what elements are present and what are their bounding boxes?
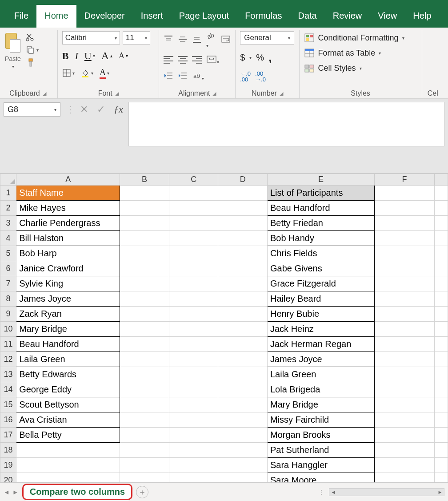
cell[interactable]: [375, 367, 435, 382]
cell[interactable]: [169, 428, 218, 443]
cell[interactable]: [375, 337, 435, 352]
cell[interactable]: [434, 397, 448, 412]
cell[interactable]: [16, 443, 120, 458]
cell[interactable]: [120, 261, 169, 276]
cell[interactable]: Sara Hanggler: [267, 458, 374, 473]
cell[interactable]: [218, 201, 268, 216]
col-header-D[interactable]: D: [218, 174, 268, 186]
cell[interactable]: [169, 382, 218, 397]
row-header[interactable]: 10: [0, 322, 16, 337]
row-header[interactable]: 18: [0, 443, 16, 458]
cell[interactable]: George Eddy: [16, 382, 120, 397]
row-header[interactable]: 1: [0, 186, 16, 201]
cell[interactable]: [434, 337, 448, 352]
cell[interactable]: Charlie Pendergrass: [16, 216, 120, 231]
dialog-launcher-icon[interactable]: ◢: [43, 91, 46, 97]
cell[interactable]: [16, 458, 120, 473]
cell[interactable]: Laila Green: [267, 367, 374, 382]
cell[interactable]: [434, 216, 448, 231]
cell[interactable]: Sylvie King: [16, 276, 120, 291]
align-top-button[interactable]: [164, 35, 173, 45]
cell[interactable]: [434, 186, 448, 201]
sheet-nav-next[interactable]: ►: [12, 489, 19, 496]
row-header[interactable]: 11: [0, 337, 16, 352]
conditional-formatting-button[interactable]: Conditional Formatting ▾: [304, 33, 417, 43]
wrap-text-button[interactable]: [221, 35, 231, 45]
decrease-indent-button[interactable]: [164, 71, 173, 81]
col-header-C[interactable]: C: [169, 174, 218, 186]
cell[interactable]: [169, 246, 218, 261]
tab-home[interactable]: Home: [36, 5, 76, 28]
cell[interactable]: James Joyce: [16, 291, 120, 307]
cell[interactable]: [434, 276, 448, 291]
number-format-select[interactable]: General ▾: [240, 31, 294, 44]
cell[interactable]: [169, 412, 218, 428]
cell[interactable]: [375, 307, 435, 322]
accept-formula-button[interactable]: ✓: [97, 104, 105, 115]
cell[interactable]: [218, 246, 268, 261]
cell[interactable]: List of Participants: [267, 186, 374, 201]
align-center-button[interactable]: [178, 56, 188, 64]
cell[interactable]: [120, 367, 169, 382]
tab-file[interactable]: File: [6, 5, 36, 28]
cell[interactable]: [169, 337, 218, 352]
format-as-table-button[interactable]: Format as Table ▾: [304, 48, 417, 58]
cell[interactable]: [218, 412, 268, 428]
cell[interactable]: [120, 231, 169, 246]
cell[interactable]: Missy Fairchild: [267, 412, 374, 428]
font-size-select[interactable]: 11 ▾: [123, 31, 150, 44]
cut-button[interactable]: [26, 33, 39, 42]
tab-view[interactable]: View: [370, 5, 405, 28]
cell[interactable]: [169, 231, 218, 246]
cell[interactable]: [120, 397, 169, 412]
cell[interactable]: Betty Edwards: [16, 367, 120, 382]
font-name-select[interactable]: Calibri ▾: [62, 31, 120, 44]
borders-button[interactable]: ▾: [62, 69, 75, 77]
cell[interactable]: [375, 322, 435, 337]
cell[interactable]: [434, 428, 448, 443]
cell[interactable]: [120, 291, 169, 307]
cell[interactable]: [169, 276, 218, 291]
tab-data[interactable]: Data: [290, 5, 324, 28]
row-header[interactable]: 9: [0, 307, 16, 322]
cell[interactable]: [169, 322, 218, 337]
cancel-formula-button[interactable]: ✕: [80, 104, 88, 115]
cell[interactable]: [169, 443, 218, 458]
dialog-launcher-icon[interactable]: ◢: [115, 91, 119, 97]
cell[interactable]: [120, 186, 169, 201]
cell[interactable]: Pat Sutherland: [267, 443, 374, 458]
merge-button[interactable]: ▾: [206, 55, 219, 65]
font-color-button[interactable]: A ▾: [100, 67, 109, 79]
cell[interactable]: Janice Crawford: [16, 261, 120, 276]
cell[interactable]: [169, 367, 218, 382]
cell[interactable]: [169, 458, 218, 473]
cell[interactable]: [375, 382, 435, 397]
cell[interactable]: [218, 367, 268, 382]
cell[interactable]: Zack Ryan: [16, 307, 120, 322]
cell[interactable]: Bob Handy: [267, 231, 374, 246]
cell[interactable]: Chris Fields: [267, 246, 374, 261]
comma-format-button[interactable]: ,: [268, 51, 272, 65]
paste-button[interactable]: Paste ▾: [3, 32, 23, 70]
cell[interactable]: [169, 397, 218, 412]
fill-color-button[interactable]: ▾: [81, 69, 93, 77]
cell[interactable]: [218, 428, 268, 443]
cell[interactable]: [375, 276, 435, 291]
cell[interactable]: [375, 216, 435, 231]
tab-page-layout[interactable]: Page Layout: [171, 5, 237, 28]
tab-formulas[interactable]: Formulas: [237, 5, 290, 28]
cell[interactable]: Jack Herman Regan: [267, 337, 374, 352]
underline-button[interactable]: U▾: [84, 50, 95, 62]
italic-button[interactable]: I: [75, 50, 78, 62]
cell[interactable]: Ava Cristian: [16, 412, 120, 428]
tab-developer[interactable]: Developer: [76, 5, 133, 28]
cell[interactable]: [169, 307, 218, 322]
cell[interactable]: [375, 231, 435, 246]
cell[interactable]: Bella Petty: [16, 428, 120, 443]
cell[interactable]: Mike Hayes: [16, 201, 120, 216]
row-header[interactable]: 6: [0, 261, 16, 276]
cell[interactable]: [434, 443, 448, 458]
cell[interactable]: [120, 412, 169, 428]
cell[interactable]: Mary Bridge: [16, 322, 120, 337]
cell[interactable]: [375, 458, 435, 473]
